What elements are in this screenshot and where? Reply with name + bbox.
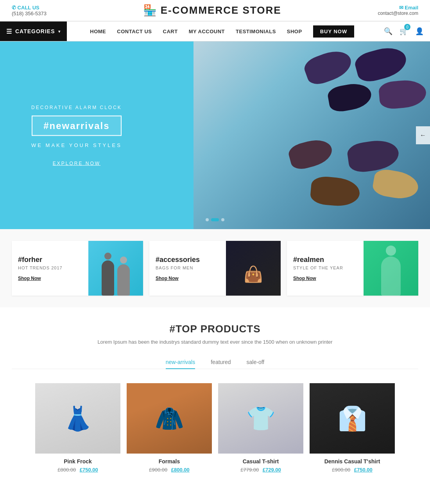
nav-right-icons: 🔍 🛒 0 👤 bbox=[378, 22, 430, 41]
nav-cart[interactable]: CART bbox=[163, 29, 178, 34]
product-card-pink-frock: 👗 Pink Frock £800.00 £750.00 bbox=[35, 383, 120, 473]
product-image-pink-frock: 👗 bbox=[35, 383, 120, 454]
product-price-dennis: £900.00 £750.00 bbox=[310, 467, 395, 473]
promo-card-forher-img bbox=[88, 241, 143, 296]
product-name-casual-tshirt: Casual T-shirt bbox=[218, 458, 303, 465]
dot-1 bbox=[206, 218, 209, 221]
promo-section: #forher HOT TRENDS 2017 Shop Now #access… bbox=[0, 229, 430, 307]
product-card-casual-tshirt: 👕 Casual T-shirt £779.00 £729.00 bbox=[218, 383, 303, 473]
hero-hashtag: #newarrivals bbox=[32, 116, 121, 136]
promo-card-forher: #forher HOT TRENDS 2017 Shop Now bbox=[12, 241, 143, 296]
buy-now-button[interactable]: BUY NOW bbox=[313, 25, 355, 38]
product-image-casual-tshirt: 👕 bbox=[218, 383, 303, 454]
old-price-formals: £900.00 bbox=[149, 467, 167, 473]
shoe-8 bbox=[287, 136, 335, 172]
categories-button[interactable]: ☰ CATEGORIES ▾ bbox=[0, 22, 67, 41]
user-button[interactable]: 👤 bbox=[413, 22, 426, 41]
promo-accessories-title: #accessories bbox=[156, 256, 220, 264]
shoe-3 bbox=[326, 81, 373, 113]
hero-dots bbox=[206, 218, 224, 221]
promo-card-realmen-text: #realmen STYLE OF THE YEAR Shop Now bbox=[287, 241, 364, 296]
product-name-formals: Formals bbox=[127, 458, 212, 465]
phone-number: (518) 356-5373 bbox=[12, 11, 47, 16]
nav-home[interactable]: HOME bbox=[90, 29, 106, 34]
top-bar: ✆ CALL US (518) 356-5373 🏪 E-COMMERCE ST… bbox=[0, 0, 430, 21]
top-products-section: #TOP PRODUCTS Lorem Ipsum has been the i… bbox=[0, 307, 430, 488]
email-label: ✉ Email bbox=[399, 5, 418, 11]
tab-new-arrivals[interactable]: new-arrivals bbox=[166, 356, 195, 369]
forher-image bbox=[88, 241, 143, 296]
promo-card-forher-text: #forher HOT TRENDS 2017 Shop Now bbox=[12, 241, 88, 296]
old-price-casual-tshirt: £779.00 bbox=[240, 467, 259, 473]
new-price-pink-frock[interactable]: £750.00 bbox=[80, 467, 98, 473]
product-price-casual-tshirt: £779.00 £729.00 bbox=[218, 467, 303, 473]
email-info: ✉ Email contact@store.com bbox=[378, 5, 418, 16]
call-label: ✆ CALL US bbox=[12, 5, 47, 11]
promo-card-realmen-img bbox=[364, 241, 418, 296]
realmen-image bbox=[364, 241, 418, 296]
product-image-formals: 🧥 bbox=[127, 383, 212, 454]
contact-info: ✆ CALL US (518) 356-5373 bbox=[12, 5, 47, 16]
shoe-1 bbox=[302, 46, 355, 88]
promo-card-accessories: #accessories BAGS FOR MEN Shop Now 👜 bbox=[149, 241, 281, 296]
promo-realmen-title: #realmen bbox=[293, 256, 357, 264]
email-address: contact@store.com bbox=[378, 11, 418, 16]
tab-sale-off[interactable]: sale-off bbox=[247, 356, 265, 369]
product-tabs: new-arrivals featured sale-off bbox=[12, 356, 418, 369]
accessories-image: 👜 bbox=[226, 241, 281, 296]
product-name-pink-frock: Pink Frock bbox=[35, 458, 120, 465]
arrow-icon: ← bbox=[420, 132, 426, 138]
dot-3 bbox=[221, 218, 224, 221]
product-name-dennis: Dennis Casual T'shirt bbox=[310, 458, 395, 465]
top-products-title: #TOP PRODUCTS bbox=[12, 323, 418, 335]
hero-sub-label: DECORATIVE ALARM CLOCK bbox=[31, 105, 122, 110]
top-products-subtitle: Lorem Ipsum has been the industrys stand… bbox=[12, 339, 418, 345]
nav-testimonials[interactable]: TESTIMONIALS bbox=[236, 29, 276, 34]
chevron-down-icon: ▾ bbox=[58, 29, 61, 34]
store-branding: 🏪 E-COMMERCE STORE bbox=[143, 4, 281, 17]
categories-label: CATEGORIES bbox=[15, 28, 55, 34]
promo-realmen-shopnow[interactable]: Shop Now bbox=[293, 276, 357, 281]
hero-tagline: WE MAKE YOUR STYLES bbox=[31, 142, 122, 148]
nav-contact[interactable]: CONTACT US bbox=[117, 29, 152, 34]
promo-forher-tag: HOT TRENDS 2017 bbox=[18, 265, 82, 270]
product-image-dennis: 👔 bbox=[310, 383, 395, 454]
cart-badge: 0 bbox=[404, 24, 410, 30]
user-icon: 👤 bbox=[415, 27, 424, 36]
hero-background-shoes bbox=[194, 41, 430, 229]
explore-now-button[interactable]: EXPLORE NOW bbox=[53, 161, 100, 166]
new-price-dennis[interactable]: £750.00 bbox=[354, 467, 373, 473]
shoe-5 bbox=[310, 176, 361, 208]
shoe-4 bbox=[378, 79, 427, 110]
dot-2-active bbox=[211, 218, 219, 221]
cart-button[interactable]: 🛒 0 bbox=[397, 22, 410, 41]
promo-card-accessories-text: #accessories BAGS FOR MEN Shop Now bbox=[149, 241, 226, 296]
product-price-pink-frock: £800.00 £750.00 bbox=[35, 467, 120, 473]
new-price-casual-tshirt[interactable]: £729.00 bbox=[263, 467, 281, 473]
promo-accessories-shopnow[interactable]: Shop Now bbox=[156, 276, 220, 281]
old-price-pink-frock: £800.00 bbox=[57, 467, 76, 473]
hero-content: DECORATIVE ALARM CLOCK #newarrivals WE M… bbox=[31, 105, 122, 166]
search-icon: 🔍 bbox=[384, 27, 392, 36]
promo-card-realmen: #realmen STYLE OF THE YEAR Shop Now bbox=[287, 241, 418, 296]
hero-next-arrow[interactable]: ← bbox=[416, 126, 430, 144]
promo-forher-shopnow[interactable]: Shop Now bbox=[18, 276, 82, 281]
shoe-7 bbox=[346, 138, 400, 174]
hero-section: DECORATIVE ALARM CLOCK #newarrivals WE M… bbox=[0, 41, 430, 229]
product-grid: 👗 Pink Frock £800.00 £750.00 🧥 Formals £… bbox=[12, 383, 418, 473]
tab-featured[interactable]: featured bbox=[211, 356, 231, 369]
search-button[interactable]: 🔍 bbox=[382, 22, 395, 41]
nav-bar: ☰ CATEGORIES ▾ HOME CONTACT US CART MY A… bbox=[0, 21, 430, 41]
promo-realmen-tag: STYLE OF THE YEAR bbox=[293, 265, 357, 270]
shoe-6 bbox=[371, 168, 420, 202]
nav-account[interactable]: MY ACCOUNT bbox=[189, 29, 225, 34]
product-card-dennis: 👔 Dennis Casual T'shirt £900.00 £750.00 bbox=[310, 383, 395, 473]
product-card-formals: 🧥 Formals £900.00 £800.00 bbox=[127, 383, 212, 473]
nav-shop[interactable]: SHOP bbox=[287, 29, 302, 34]
promo-forher-title: #forher bbox=[18, 256, 82, 264]
old-price-dennis: £900.00 bbox=[332, 467, 350, 473]
new-price-formals[interactable]: £800.00 bbox=[171, 467, 190, 473]
promo-card-accessories-img: 👜 bbox=[226, 241, 281, 296]
store-icon: 🏪 bbox=[143, 4, 157, 17]
promo-accessories-tag: BAGS FOR MEN bbox=[156, 265, 220, 270]
